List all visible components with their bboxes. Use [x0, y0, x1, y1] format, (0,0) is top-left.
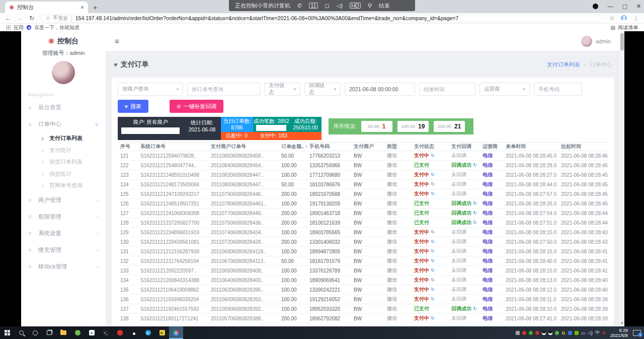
nvidia-icon[interactable] [575, 331, 579, 335]
header-avatar[interactable] [581, 36, 592, 47]
apps-grid-icon[interactable] [6, 25, 11, 30]
sogou-icon[interactable]: S [602, 330, 605, 335]
app-green-icon[interactable] [70, 326, 85, 339]
stat-merchant-box[interactable] [121, 127, 180, 134]
sidebar-item-supply-stats[interactable]: ♪ 供货统计 [21, 168, 106, 180]
sidebar-item-home[interactable]: ≡ 后台首页 [21, 99, 106, 116]
table-row[interactable]: 136S162311211939960352042011060060808283… [118, 295, 608, 304]
start-time-input[interactable] [345, 83, 415, 96]
end-time-input[interactable] [419, 83, 475, 96]
reading-list-label[interactable]: 阅读清单 [618, 24, 638, 31]
scrollbar-thumb[interactable] [620, 33, 624, 50]
ime-indicator[interactable]: 中 [595, 329, 600, 336]
tray-hidden-icons[interactable] [516, 331, 520, 335]
hd-quality-icon[interactable]: HD [350, 3, 361, 9]
address-bar[interactable]: ⚠ 不安全 | 154.197.48.141/admin/order/listO… [40, 15, 603, 22]
sidebar-item-supply-order-list[interactable]: ♪ 供货订单列表 [21, 156, 106, 168]
cortana-icon[interactable] [28, 326, 42, 339]
window-minimize-button[interactable]: — [607, 3, 613, 9]
speaker-icon[interactable]: ◁) [337, 3, 343, 9]
fullscreen-icon[interactable]: ◻ [325, 3, 330, 9]
refresh-icon[interactable]: ↻ [473, 306, 477, 311]
action-center-icon[interactable]: 1 [633, 330, 641, 336]
refresh-icon[interactable]: ↻ [431, 315, 435, 321]
refresh-icon[interactable]: ↻ [473, 220, 477, 225]
taskbar-clock[interactable]: 8:29 2021/6/8 [608, 328, 630, 338]
refresh-icon[interactable]: ↻ [431, 248, 435, 254]
taskbar-search-icon[interactable] [14, 326, 28, 339]
forward-button[interactable]: → [17, 15, 23, 22]
order-no-input[interactable] [187, 83, 260, 96]
back-button[interactable]: ← [5, 15, 11, 22]
scrollbar-down-icon[interactable]: ▼ [620, 321, 624, 326]
sidebar-item-mobile-ck-mgmt[interactable]: ≡ 移动ck管理 › [21, 258, 106, 275]
refresh-icon[interactable]: ↻ [431, 287, 435, 292]
header-username[interactable]: admin [596, 38, 611, 44]
tray-blue-app-icon[interactable] [568, 331, 572, 335]
browser-menu-icon[interactable]: ⋮ [633, 15, 639, 22]
callback-status-select[interactable]: 回调状态 ▾ [304, 83, 341, 96]
refresh-icon[interactable]: ↻ [431, 153, 435, 158]
qq-icon[interactable] [127, 326, 141, 339]
table-row[interactable]: 135S162311211964190088622011062060808283… [118, 285, 608, 295]
reading-list-icon[interactable]: ▤ [611, 25, 615, 30]
refresh-icon[interactable]: ↻ [431, 229, 435, 235]
merchant-select[interactable]: 按商户查询 ▾ [118, 83, 183, 96]
refresh-icon[interactable]: ↻ [431, 277, 435, 283]
apps-label[interactable]: 应用 [14, 24, 24, 31]
app-store-icon[interactable]: ◈ [85, 326, 99, 339]
tray-app-red2-icon[interactable] [535, 331, 539, 335]
refresh-icon[interactable]: ↻ [431, 191, 435, 196]
reload-button[interactable]: ↻ [29, 15, 34, 22]
new-tab-button[interactable]: + [93, 4, 97, 13]
tray-qq-icon[interactable] [542, 331, 546, 335]
sidebar-item-order-center[interactable]: ≡ 订单中心 ∨ [21, 116, 106, 132]
bookmark-baidu[interactable]: 百度一下，你就知道 [34, 24, 79, 31]
sidebar-item-slow-recharge-mgmt[interactable]: ≡ 慢充管理 › [21, 242, 106, 258]
refresh-icon[interactable]: ↻ [431, 172, 435, 177]
start-button[interactable] [0, 326, 14, 339]
chrome-taskbar-icon[interactable] [169, 326, 183, 339]
phone-input[interactable] [534, 83, 582, 96]
table-row[interactable]: 124S162311212481735090662011080060808284… [118, 180, 608, 189]
remote-float-ball-icon[interactable] [593, 4, 598, 9]
refresh-icon[interactable]: ↻ [431, 181, 435, 187]
sidebar-item-merchant-mgmt[interactable]: ≡ 商户管理 › [21, 192, 106, 209]
table-row[interactable]: 128S162311212372658277002011075060808284… [118, 218, 608, 228]
carrier-select[interactable]: 运营商 ▾ [479, 83, 530, 96]
page-scrollbar[interactable]: ▼ [620, 31, 624, 326]
file-explorer-icon[interactable] [56, 326, 70, 339]
table-row[interactable]: 129S162311212348968319192011074060808284… [118, 228, 608, 237]
tray-app-green-icon[interactable] [529, 331, 533, 335]
terminal-icon[interactable]: >_ [99, 326, 113, 339]
tray-qq2-icon[interactable] [548, 331, 552, 335]
end-session-button[interactable]: 结束 [379, 2, 390, 10]
table-row[interactable]: 138S162311211891172712412011057060808283… [118, 314, 608, 323]
stat-success-box[interactable] [256, 125, 286, 131]
app-red-icon[interactable] [113, 326, 127, 339]
refresh-icon[interactable]: ↻ [473, 210, 477, 216]
table-row[interactable]: 133S162311212092220597..2011065060808284… [118, 266, 608, 276]
security-warning-icon[interactable]: ⚠ [46, 16, 50, 21]
url-text[interactable]: 154.197.48.141/admin/order/listOrder?ord… [75, 15, 598, 21]
window-close-button[interactable]: ✕ [636, 3, 641, 10]
pay-status-select[interactable]: 支付状态 ▾ [264, 83, 300, 96]
user-avatar[interactable] [52, 61, 75, 84]
refresh-icon[interactable]: ↻ [431, 296, 435, 302]
refresh-icon[interactable]: ↻ [431, 267, 435, 273]
sidebar-item-system-settings[interactable]: ≡ 系统设置 › [21, 225, 106, 242]
col-amount[interactable]: 订单金额..⇅ [279, 143, 307, 151]
pin-icon[interactable]: ⚲ [368, 3, 372, 9]
refresh-icon[interactable]: ↻ [431, 239, 435, 244]
bookmark-star-icon[interactable]: ☆ [609, 15, 615, 22]
sidebar-item-permission-mgmt[interactable]: ≡ 权限管理 › [21, 209, 106, 225]
table-row[interactable]: 126S162311212465195072512011078060808284… [118, 199, 608, 209]
table-row[interactable]: 137S162311211924615575932011059060808283… [118, 304, 608, 314]
window-maximize-button[interactable]: ▢ [622, 3, 627, 10]
table-row[interactable]: 122S162311212548047744..2011084060808284… [118, 161, 608, 170]
tray-app-red-icon[interactable] [522, 331, 526, 335]
tab-close-icon[interactable]: × [80, 4, 84, 11]
telegram-icon[interactable]: ▸ [141, 326, 155, 339]
table-row[interactable]: 123S162311212485910104982011082060808284… [118, 170, 608, 180]
refresh-icon[interactable]: ↻ [431, 258, 435, 263]
